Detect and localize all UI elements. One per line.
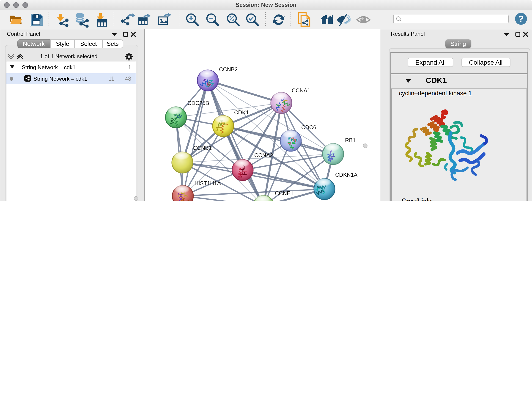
svg-text:?: ? [518, 14, 524, 23]
svg-text:CDC6: CDC6 [301, 124, 316, 130]
svg-text:CDK1: CDK1 [234, 109, 249, 115]
svg-text:RB1: RB1 [345, 137, 355, 143]
svg-text:HIST1H1A: HIST1H1A [194, 180, 221, 186]
svg-text:CCNE1: CCNE1 [275, 190, 293, 196]
svg-text:CDC25B: CDC25B [187, 100, 209, 106]
svg-text:CCNB2: CCNB2 [219, 66, 237, 72]
svg-text:CCNA2: CCNA2 [254, 152, 273, 158]
svg-text:CDKN1A: CDKN1A [335, 172, 357, 178]
svg-text:CCNB1: CCNB1 [193, 145, 211, 151]
svg-text:CCNA1: CCNA1 [291, 87, 310, 93]
